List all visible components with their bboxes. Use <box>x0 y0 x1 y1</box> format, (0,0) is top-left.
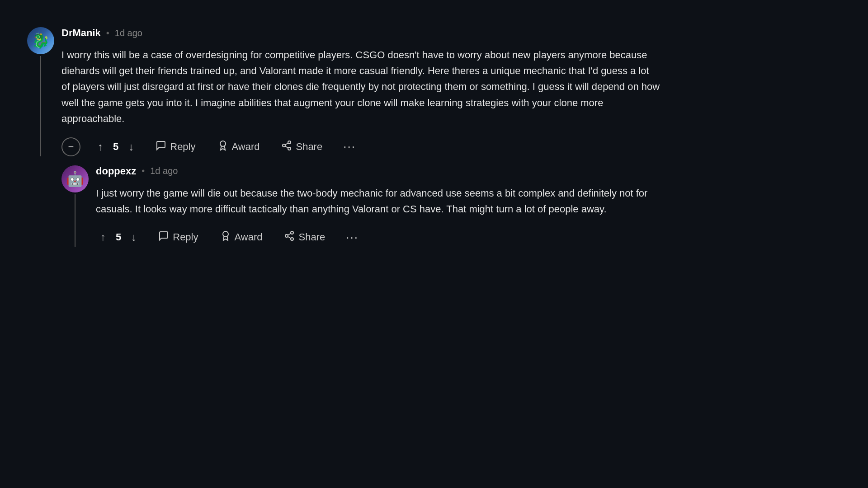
more-button-reply-1[interactable]: ··· <box>342 229 362 246</box>
more-icon-reply-1: ··· <box>346 230 359 244</box>
upvote-icon: ↑ <box>98 141 103 153</box>
share-icon-1 <box>281 140 292 154</box>
svg-line-11 <box>288 234 291 235</box>
share-button-reply-1[interactable]: Share <box>279 228 330 247</box>
reply-comment: doppexz • 1d ago I just worry the game w… <box>61 156 660 247</box>
comment-text-1: I worry this will be a case of overdesig… <box>61 47 660 127</box>
svg-point-9 <box>291 238 293 240</box>
share-label-reply-1: Share <box>298 231 325 243</box>
vote-group-1: ↑ 5 ↓ <box>93 138 138 156</box>
reply-text-1: I just worry the game will die out becau… <box>96 185 660 217</box>
svg-point-7 <box>291 231 293 234</box>
reply-label-reply-1: Reply <box>173 231 198 243</box>
award-icon-reply-1 <box>220 230 231 244</box>
action-bar-1: − ↑ 5 ↓ Rep <box>61 137 660 156</box>
timestamp-drmanik: 1d ago <box>115 28 142 38</box>
comment-thread: DrManik • 1d ago I worry this will be a … <box>27 27 660 247</box>
reply-icon-1 <box>156 140 166 154</box>
svg-point-0 <box>220 141 226 146</box>
award-button-reply-1[interactable]: Award <box>216 228 267 247</box>
collapse-icon: − <box>68 141 74 153</box>
more-icon-1: ··· <box>343 140 356 153</box>
thread-line <box>40 56 41 156</box>
reply-thread-line <box>75 194 75 247</box>
reply-header-1: doppexz • 1d ago <box>96 165 660 177</box>
svg-line-10 <box>288 237 291 239</box>
downvote-button-1[interactable]: ↓ <box>124 138 138 156</box>
reply-button-1[interactable]: Reply <box>151 137 200 156</box>
username-drmanik: DrManik <box>61 27 101 39</box>
svg-point-3 <box>288 147 291 150</box>
vote-count-reply-1: 5 <box>116 231 121 243</box>
svg-point-1 <box>288 141 291 144</box>
comment-body-1: DrManik • 1d ago I worry this will be a … <box>61 27 660 156</box>
svg-point-8 <box>285 235 288 237</box>
svg-point-2 <box>283 144 285 147</box>
collapse-button[interactable]: − <box>61 137 80 156</box>
share-label-1: Share <box>296 141 322 153</box>
reply-label-1: Reply <box>170 141 195 153</box>
award-label-reply-1: Award <box>235 231 263 243</box>
award-label-1: Award <box>232 141 260 153</box>
reply-indent-spacer <box>27 156 61 247</box>
upvote-button-1[interactable]: ↑ <box>93 138 108 156</box>
vote-count-1: 5 <box>113 141 118 153</box>
action-bar-reply-1: ↑ 5 ↓ Reply <box>96 228 660 247</box>
downvote-icon: ↓ <box>128 141 134 153</box>
vote-group-reply-1: ↑ 5 ↓ <box>96 228 141 246</box>
downvote-button-reply-1[interactable]: ↓ <box>127 228 141 246</box>
more-button-1[interactable]: ··· <box>340 138 359 155</box>
downvote-icon-reply: ↓ <box>131 231 137 244</box>
reply-body-1: doppexz • 1d ago I just worry the game w… <box>96 165 660 247</box>
avatar <box>27 27 54 54</box>
avatar-section <box>27 27 54 156</box>
avatar-doppexz <box>61 165 89 192</box>
upvote-icon-reply: ↑ <box>100 231 106 244</box>
share-icon-reply-1 <box>284 230 295 244</box>
timestamp-doppexz: 1d ago <box>150 166 178 176</box>
award-icon-1 <box>217 140 228 154</box>
reply-section: doppexz • 1d ago I just worry the game w… <box>27 156 660 247</box>
main-comment: DrManik • 1d ago I worry this will be a … <box>27 27 660 156</box>
share-button-1[interactable]: Share <box>277 137 327 156</box>
reply-avatar-section <box>61 165 89 247</box>
award-button-1[interactable]: Award <box>213 137 264 156</box>
comment-header-1: DrManik • 1d ago <box>61 27 660 39</box>
username-doppexz: doppexz <box>96 165 136 177</box>
reply-button-reply-1[interactable]: Reply <box>154 228 203 247</box>
svg-line-4 <box>285 146 288 148</box>
svg-line-5 <box>285 143 288 145</box>
reply-icon-reply-1 <box>158 230 169 244</box>
svg-point-6 <box>223 231 228 237</box>
upvote-button-reply-1[interactable]: ↑ <box>96 228 110 246</box>
